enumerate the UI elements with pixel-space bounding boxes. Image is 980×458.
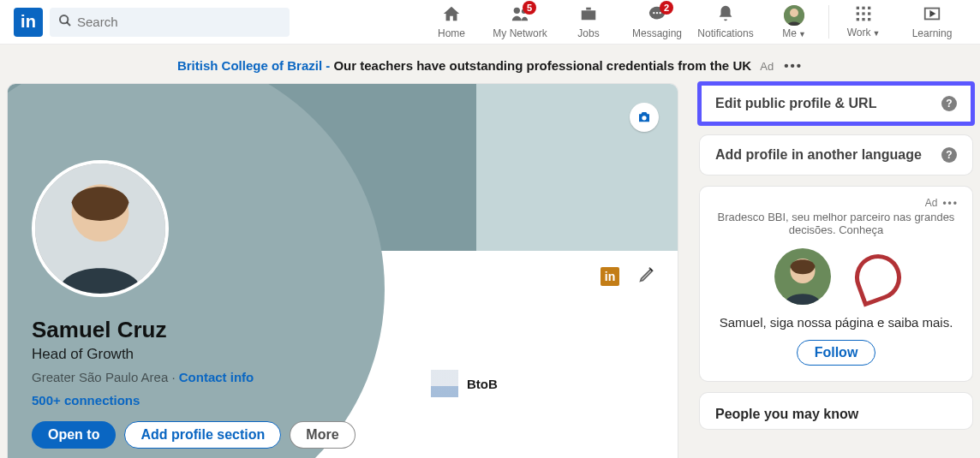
pencil-icon [638, 265, 657, 283]
jobs-icon [579, 4, 598, 26]
nav-learning[interactable]: Learning [898, 0, 966, 44]
linkedin-badge-icon[interactable]: in [601, 267, 619, 286]
follow-button[interactable]: Follow [797, 340, 876, 366]
add-language-profile-label: Add profile in another language [715, 147, 922, 163]
people-heading: People you may know [715, 407, 858, 421]
home-icon [442, 4, 461, 26]
svg-point-2 [514, 8, 520, 14]
sponsor-top: Ad ••• [714, 197, 959, 209]
profile-location: Greater São Paulo Area [32, 370, 168, 384]
edit-profile-button[interactable] [638, 265, 657, 288]
nav-work-label: Work▼ [847, 27, 881, 39]
nav-home[interactable]: Home [417, 0, 486, 44]
nav-me-label: Me▼ [782, 27, 806, 39]
add-language-profile-link[interactable]: Add profile in another language ? [699, 134, 973, 175]
add-profile-section-button[interactable]: Add profile section [124, 421, 281, 449]
messaging-badge: 2 [660, 1, 673, 15]
profile-location-line: Greater São Paulo Area · Contact info [32, 370, 397, 384]
svg-rect-11 [862, 7, 864, 9]
profile-text: Samuel Cruz Head of Growth Greater São P… [32, 316, 397, 449]
svg-point-9 [790, 9, 798, 17]
sponsor-user-avatar [774, 248, 831, 305]
profile-buttons: Open to Add profile section More [32, 421, 397, 449]
svg-rect-16 [857, 18, 859, 21]
search-box[interactable] [50, 8, 290, 37]
sponsor-card: Ad ••• Bradesco BBI, seu melhor parceiro… [699, 186, 973, 382]
company-logo [431, 370, 458, 397]
profile-avatar[interactable] [32, 160, 169, 297]
svg-rect-18 [868, 18, 870, 21]
linkedin-logo[interactable]: in [14, 8, 43, 37]
profile-card: in Samuel Cruz Head of Growth Greater Sã… [7, 83, 678, 458]
nav-learning-label: Learning [912, 27, 953, 39]
nav-notifications[interactable]: Notifications [691, 0, 760, 44]
svg-rect-12 [868, 7, 870, 9]
svg-rect-10 [857, 7, 859, 9]
left-column: in Samuel Cruz Head of Growth Greater Sã… [7, 83, 678, 458]
sponsor-images [714, 248, 959, 305]
profile-body: in Samuel Cruz Head of Growth Greater Sã… [8, 251, 678, 458]
search-input[interactable] [77, 15, 281, 29]
search-icon [58, 14, 72, 31]
svg-rect-14 [862, 12, 864, 15]
nav-jobs-label: Jobs [577, 27, 599, 39]
svg-point-0 [60, 15, 68, 23]
nav-me[interactable]: Me▼ [760, 0, 828, 44]
svg-point-6 [656, 12, 658, 14]
profile-main: Samuel Cruz Head of Growth Greater São P… [32, 316, 654, 449]
more-button[interactable]: More [290, 421, 355, 449]
nav-left: in [14, 8, 290, 37]
apps-icon [855, 5, 872, 25]
ad-menu-dots[interactable]: ••• [784, 58, 803, 73]
profile-name: Samuel Cruz [32, 316, 397, 344]
open-to-button[interactable]: Open to [32, 421, 116, 449]
edit-banner-button[interactable] [630, 103, 659, 132]
profile-headline: Head of Growth [32, 346, 397, 363]
sponsor-text: Bradesco BBI, seu melhor parceiro nas gr… [714, 211, 959, 236]
ad-tagline: Our teachers have outstanding profession… [333, 58, 751, 73]
svg-rect-13 [857, 12, 859, 15]
messaging-icon: 2 [648, 4, 666, 26]
nav-network-label: My Network [493, 27, 547, 39]
nav-work[interactable]: Work▼ [829, 0, 898, 44]
svg-line-1 [67, 22, 70, 26]
contact-info-link[interactable]: Contact info [179, 370, 254, 384]
nav-messaging[interactable]: 2 Messaging [623, 0, 691, 44]
nav-jobs[interactable]: Jobs [554, 0, 623, 44]
svg-point-20 [642, 116, 646, 120]
edit-public-profile-link[interactable]: Edit public profile & URL ? [699, 83, 973, 124]
ad-college-link[interactable]: British College of Brazil - [177, 58, 334, 73]
ad-label: Ad [760, 60, 774, 73]
nav-home-label: Home [438, 27, 465, 39]
sponsor-menu-dots[interactable]: ••• [942, 197, 959, 209]
nav-notifications-label: Notifications [697, 27, 753, 39]
sponsor-ad-label: Ad [925, 197, 938, 209]
top-ad-bar: British College of Brazil - Our teachers… [0, 45, 980, 83]
caret-down-icon: ▼ [872, 29, 880, 38]
top-nav: in Home 5 My Network Jobs 2 [0, 0, 980, 45]
svg-rect-15 [868, 12, 870, 15]
help-icon[interactable]: ? [941, 147, 957, 163]
camera-icon [636, 110, 652, 125]
learning-icon [923, 4, 941, 26]
svg-point-5 [653, 12, 654, 14]
sponsor-company-logo [853, 254, 898, 299]
network-badge: 5 [523, 1, 536, 15]
nav-items: Home 5 My Network Jobs 2 Messaging Notif… [417, 0, 966, 44]
sponsor-line: Samuel, siga nossa página e saiba mais. [714, 315, 959, 330]
network-icon: 5 [511, 4, 529, 26]
current-company[interactable]: BtoB [431, 319, 654, 449]
company-name: BtoB [467, 377, 498, 391]
me-avatar [784, 5, 804, 26]
help-icon[interactable]: ? [941, 96, 957, 111]
nav-network[interactable]: 5 My Network [486, 0, 554, 44]
right-column: Edit public profile & URL ? Add profile … [699, 83, 973, 458]
edit-public-profile-label: Edit public profile & URL [715, 96, 876, 111]
caret-down-icon: ▼ [798, 30, 806, 39]
bell-icon [716, 4, 735, 26]
nav-messaging-label: Messaging [632, 27, 682, 39]
people-you-may-know-card: People you may know [699, 392, 973, 430]
svg-rect-17 [862, 18, 864, 21]
profile-top-icons: in [601, 265, 657, 288]
connections-link[interactable]: 500+ connections [32, 393, 397, 407]
